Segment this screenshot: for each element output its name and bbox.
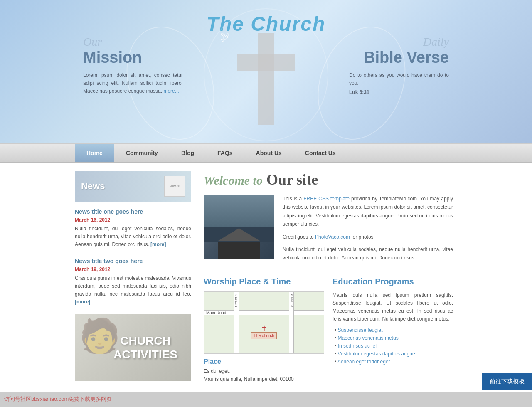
photovaco-link[interactable]: PhotoVaco.com — [315, 234, 350, 240]
church-activities-text: CHURCH ACTIVITIES — [89, 334, 177, 362]
education-title: Education Programs — [332, 277, 453, 286]
map-box: Main Road Street 1 Street 3 ✝ The church — [204, 291, 324, 354]
edu-link-3[interactable]: In sed risus ac feli — [338, 343, 378, 349]
mission-our-label: Our — [83, 35, 183, 49]
bible-quote: Do to others as you would have them do t… — [349, 72, 449, 87]
nav-link-home[interactable]: Home — [75, 144, 114, 162]
welcome-text-block: This is a FREE CSS template provided by … — [283, 195, 453, 266]
nav-item-about[interactable]: About Us — [244, 144, 293, 162]
education-section: Education Programs Mauris quis nulla sed… — [332, 277, 453, 383]
map-cross-icon: ✝ — [251, 324, 277, 333]
bible-box: Daily Bible Verse Do to others as you wo… — [341, 29, 457, 101]
edu-list-item-1: Suspendisse feugiat — [335, 327, 453, 333]
education-list: Suspendisse feugiat Maecenas venenatis m… — [332, 327, 453, 365]
nav-item-home[interactable]: Home — [75, 144, 114, 162]
edu-link-1[interactable]: Suspendisse feugiat — [338, 327, 383, 333]
main-nav: Home Community Blog FAQs About Us Contac… — [0, 143, 532, 163]
map-church-label: The church — [251, 332, 277, 339]
header: The Church 🕊 Our Mission Lorem ipsum dol… — [0, 0, 532, 143]
news-title-2[interactable]: News title two goes here — [75, 258, 143, 264]
two-col-section: Worship Place & Time Main Road Street 1 … — [204, 277, 453, 383]
bible-daily-label: Daily — [349, 35, 449, 49]
mission-title: Mission — [83, 49, 183, 67]
nav-link-faqs[interactable]: FAQs — [206, 144, 244, 162]
news-more-2[interactable]: [more] — [75, 299, 90, 305]
bible-verse-title: Bible Verse — [349, 49, 449, 67]
news-date-2: March 19, 2012 — [75, 266, 191, 272]
map-street-1-label: Street 1 — [234, 294, 238, 307]
sidebar: News NEWS News title one goes here March… — [75, 171, 191, 383]
news-title-1[interactable]: News title one goes here — [75, 208, 143, 215]
edu-list-item-2: Maecenas venenatis metus — [335, 335, 453, 341]
welcome-title: Our site — [266, 171, 318, 188]
nav-link-contact[interactable]: Contact Us — [293, 144, 347, 162]
nav-link-blog[interactable]: Blog — [170, 144, 206, 162]
welcome-italic: Welcome to — [204, 173, 263, 187]
worship-section: Worship Place & Time Main Road Street 1 … — [204, 277, 324, 383]
news-item-2: News title two goes here March 19, 2012 … — [75, 257, 191, 306]
free-css-link[interactable]: FREE CSS template — [303, 196, 350, 202]
edu-list-item-5: Aenean eget tortor eget — [335, 359, 453, 365]
news-date-1: March 16, 2012 — [75, 217, 191, 223]
church-activities-box: 🧑 CHURCH ACTIVITIES — [75, 314, 191, 381]
map-church-marker: ✝ The church — [251, 324, 277, 338]
news-text-1: Nulla tincidunt, dui eget vehicula sodal… — [75, 225, 191, 249]
download-button[interactable]: 前往下载模板 — [482, 373, 532, 390]
news-more-1[interactable]: [more] — [150, 242, 166, 247]
mission-more-link[interactable]: more... — [163, 88, 179, 94]
edu-link-2[interactable]: Maecenas venenatis metus — [338, 335, 399, 341]
edu-list-item-3: In sed risus ac feli — [335, 343, 453, 349]
map-street-3-label: Street 3 — [290, 294, 294, 307]
map-street-main-road: Main Road — [204, 310, 324, 315]
news-header: News NEWS — [75, 171, 191, 202]
bible-reference: Luk 6:31 — [349, 89, 449, 95]
nav-link-community[interactable]: Community — [114, 144, 170, 162]
news-section-title: News — [81, 181, 105, 192]
mission-box: Our Mission Lorem ipsum dolor sit amet, … — [75, 29, 191, 102]
edu-list-item-4: Vestibulum egestas dapibus augue — [335, 351, 453, 357]
worship-title: Worship Place & Time — [204, 277, 324, 286]
news-item-1: News title one goes here March 16, 2012 … — [75, 208, 191, 249]
church-photo — [204, 195, 274, 259]
nav-item-faqs[interactable]: FAQs — [206, 144, 244, 162]
news-text-2: Cras quis purus in est molestie malesuad… — [75, 274, 191, 306]
place-text: Es dui eget, Mauris quis nulla, Nulla im… — [204, 368, 324, 383]
credit-text: Credit goes to PhotoVaco.com for photos. — [283, 233, 453, 241]
edu-link-5[interactable]: Aenean eget tortor eget — [337, 359, 390, 365]
cross-icon — [235, 25, 297, 125]
place-title: Place — [204, 358, 324, 365]
dove-icon: 🕊 — [220, 31, 230, 43]
nav-item-community[interactable]: Community — [114, 144, 170, 162]
nav-link-about[interactable]: About Us — [244, 144, 293, 162]
edu-link-4[interactable]: Vestibulum egestas dapibus augue — [338, 351, 415, 357]
intro-text-1: This is a FREE CSS template provided by … — [283, 195, 453, 229]
nav-item-contact[interactable]: Contact Us — [293, 144, 347, 162]
education-text: Mauris quis nulla sed ipsum pretium sagi… — [332, 291, 453, 323]
nav-item-blog[interactable]: Blog — [170, 144, 206, 162]
mission-text: Lorem ipsum dolor sit amet, consec tetur… — [83, 72, 183, 96]
news-icon: NEWS — [164, 176, 185, 197]
welcome-heading: Welcome to Our site — [204, 171, 453, 188]
intro-text-2: Nulla tincidunt, dui eget vehicula sodal… — [283, 245, 453, 262]
welcome-content: This is a FREE CSS template provided by … — [204, 195, 453, 266]
main-content: Welcome to Our site This is a FREE CSS t… — [200, 171, 457, 383]
